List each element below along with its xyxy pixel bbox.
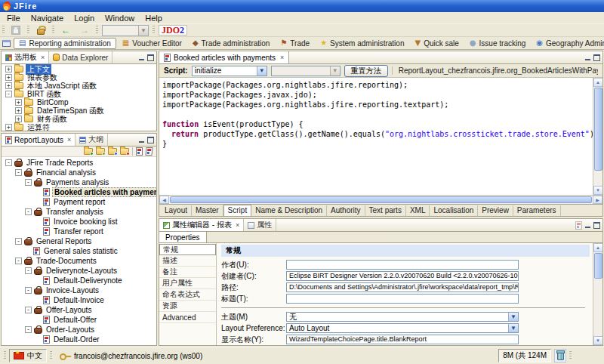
category-resources[interactable]: 资源 <box>159 301 216 312</box>
tab-properties-inner[interactable]: Properties <box>159 232 207 242</box>
expander-icon[interactable]: - <box>25 267 32 274</box>
tab-script[interactable]: Script <box>223 205 252 217</box>
secondary-combo[interactable]: ▼ <box>271 66 341 76</box>
category-user-properties[interactable]: 用户属性 <box>159 278 216 289</box>
perspective-tab-quick-sale[interactable]: ▼Quick sale <box>410 38 463 49</box>
title-field[interactable] <box>286 294 519 304</box>
scroll-right-icon[interactable]: ▶ <box>593 196 602 204</box>
tab-name-description[interactable]: Name & Description <box>251 205 327 216</box>
expander-icon[interactable]: - <box>5 159 12 166</box>
tab-parameters[interactable]: Parameters <box>513 205 561 216</box>
expander-icon[interactable]: - <box>25 326 32 333</box>
expander-icon[interactable]: - <box>25 307 32 313</box>
perspective-tab-trade[interactable]: ⚑Trade <box>276 38 314 49</box>
menu-file[interactable]: File <box>2 14 26 23</box>
expander-icon[interactable]: + <box>15 116 22 122</box>
maximize-icon[interactable] <box>147 54 154 61</box>
category-advanced[interactable]: Advanced <box>159 312 216 323</box>
tree-item-finance-functions[interactable]: +财务函数 <box>2 115 156 123</box>
properties-vertical-scrollbar[interactable]: ▲ ▼ <box>593 243 602 345</box>
script-editor[interactable]: importPackage(Packages.org.nightlabs.jfi… <box>159 78 593 195</box>
tab-data-explorer[interactable]: Data Explorer <box>49 51 112 63</box>
display-name-field[interactable]: WizardTemplateChoicePage.title.BlankRepo… <box>286 335 519 344</box>
tab-property-editor-report[interactable]: 属性编辑器 - 报表 × <box>159 219 244 231</box>
tab-master[interactable]: Master <box>192 205 223 216</box>
reset-method-button[interactable]: 重置方法 <box>344 65 388 77</box>
editor-horizontal-scrollbar[interactable]: ◀ ▶ <box>159 195 602 204</box>
toolbar-grip[interactable] <box>52 26 54 35</box>
minimize-icon[interactable] <box>584 54 591 61</box>
category-general[interactable]: 常规 <box>159 244 216 255</box>
tree-item-default-order[interactable]: Default-Order <box>2 335 156 344</box>
expander-icon[interactable]: - <box>5 91 12 97</box>
expander-icon[interactable]: - <box>25 287 32 294</box>
back-button[interactable]: ← <box>58 25 73 36</box>
expander-icon[interactable]: + <box>15 107 22 114</box>
perspective-tab-voucher-editor[interactable]: ▦Voucher Editor <box>118 38 186 49</box>
tree-item-financial-analysis[interactable]: -Financial analysis <box>2 168 156 177</box>
expander-icon[interactable]: + <box>15 99 22 106</box>
tab-outline[interactable]: 大纲 <box>76 134 108 146</box>
tab-palette[interactable]: 选用板 × <box>2 51 49 63</box>
tab-localisation[interactable]: Localisation <box>430 205 478 216</box>
close-icon[interactable]: × <box>67 136 71 143</box>
scroll-left-icon[interactable]: ◀ <box>159 196 169 204</box>
perspective-tab-trade-administration[interactable]: ◆Trade administration <box>188 38 274 49</box>
menu-help[interactable]: Help <box>140 14 168 23</box>
expander-icon[interactable]: - <box>15 169 22 176</box>
category-description[interactable]: 描述 <box>159 255 216 267</box>
tab-xml[interactable]: XML <box>406 205 430 216</box>
delete-layout-button folder-delete-icon[interactable] <box>120 148 129 155</box>
tree-item-payments-analysis[interactable]: -Payments analysis <box>2 177 156 187</box>
maximize-icon[interactable] <box>147 137 154 143</box>
menu-window[interactable]: Window <box>100 14 140 23</box>
tab-preview[interactable]: Preview <box>478 205 513 216</box>
lock-button[interactable] <box>33 25 48 36</box>
open-perspective-button[interactable] <box>2 39 11 48</box>
tree-item-operators[interactable]: +运算符 <box>2 123 156 131</box>
perspective-tab-issue-tracking[interactable]: ●Issue tracking <box>465 38 530 49</box>
tree-item-context[interactable]: +上下文 <box>2 65 156 73</box>
tab-authority[interactable]: Authority <box>327 205 365 216</box>
editor-vertical-scrollbar[interactable]: ▲ ▼ <box>593 78 602 195</box>
garbage-collect-button[interactable] <box>554 349 566 362</box>
minimize-icon[interactable] <box>584 222 591 229</box>
view-menu-icon[interactable] <box>575 221 582 230</box>
toolbar-grip[interactable] <box>2 26 5 35</box>
tree-item-default-deliverynote[interactable]: Default-Deliverynote <box>2 276 156 285</box>
scroll-down-icon[interactable]: ▼ <box>593 186 603 195</box>
author-field[interactable] <box>286 260 519 270</box>
tab-properties[interactable]: 属性 <box>244 219 276 231</box>
menu-navigate[interactable]: Navigate <box>26 14 69 23</box>
toolbar-grip[interactable] <box>96 26 98 35</box>
perspective-tab-geography-administration[interactable]: ◉Geography Administration <box>532 38 604 49</box>
expander-icon[interactable]: + <box>5 82 12 89</box>
expander-icon[interactable]: - <box>15 258 22 264</box>
expander-icon[interactable]: - <box>25 208 32 215</box>
tree-item-general-sales-statistic[interactable]: General sales statistic <box>2 246 156 256</box>
save-button[interactable] <box>8 25 23 36</box>
tree-item-invoice-layouts[interactable]: -Invoice-Layouts <box>2 285 156 295</box>
history-combo[interactable]: ▼ <box>102 25 149 36</box>
expander-icon[interactable]: + <box>5 74 12 81</box>
path-field[interactable]: D:\Documents and Settings\Administrator\… <box>286 282 519 292</box>
tree-item-general-reports[interactable]: -General Reports <box>2 236 156 246</box>
close-icon[interactable]: × <box>41 54 45 61</box>
expander-icon[interactable]: + <box>5 66 12 72</box>
category-named-expressions[interactable]: 命名表达式 <box>159 289 216 301</box>
menu-login[interactable]: Login <box>69 14 100 23</box>
import-report-button report-icon[interactable] <box>136 147 143 156</box>
new-category-button folder-add-icon[interactable] <box>84 148 93 155</box>
perspective-tab-reporting-administration[interactable]: ▤Reporting administration <box>14 38 116 49</box>
tree-item-trade-documents[interactable]: -Trade-Documents <box>2 256 156 266</box>
language-selector[interactable]: 中文 <box>9 349 47 362</box>
tree-item-invoice-booking-list[interactable]: Invoice booking list <box>2 217 156 227</box>
expander-icon[interactable]: - <box>25 179 32 186</box>
editor-tab-booked-articles-with-payments[interactable]: Booked articles with payments × <box>159 51 289 63</box>
expander-icon[interactable]: - <box>15 238 22 245</box>
scroll-up-icon[interactable]: ▲ <box>593 78 603 87</box>
tree-item-booked-articles-with-payments[interactable]: Booked articles with payments <box>2 187 156 197</box>
maximize-icon[interactable] <box>593 222 600 229</box>
toolbar-grip[interactable] <box>153 26 155 35</box>
perspective-tab-system-administration[interactable]: ★System administration <box>316 38 408 49</box>
